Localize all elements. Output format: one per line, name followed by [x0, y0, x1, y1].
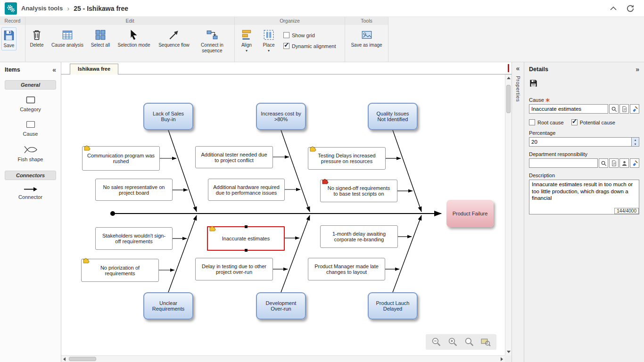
cause-label: Stakeholders wouldn't sign-off requireme…	[100, 233, 168, 244]
vertical-scroll-thumb[interactable]	[506, 85, 511, 113]
sequence-flow-button[interactable]: Sequence flow	[155, 27, 193, 49]
cause-node[interactable]: 1-month delay awaiting corporate re-bran…	[320, 225, 398, 248]
connect-in-sequence-button[interactable]: Connect in sequence	[194, 27, 230, 55]
cause-node[interactable]: Communication program was rushed	[82, 146, 160, 171]
expand-properties-icon[interactable]: «	[516, 65, 520, 72]
cause-marker-root-icon	[322, 178, 329, 184]
diagram-viewport[interactable]: Lack of Sales Buy-in Increases cost by >…	[61, 74, 505, 355]
details-save-icon[interactable]	[529, 79, 538, 88]
collapse-ribbon-icon[interactable]	[610, 6, 617, 10]
selection-mode-button[interactable]: Selection mode	[114, 27, 154, 49]
select-all-icon	[94, 29, 107, 41]
breadcrumb-app[interactable]: Analysis tools	[21, 5, 63, 12]
department-input[interactable]	[529, 158, 598, 168]
button-label: Select all	[91, 42, 110, 48]
cause-node[interactable]: Additional tester needed due to project …	[195, 146, 273, 168]
cause-node[interactable]: Delay in testing due to other project ov…	[195, 258, 273, 280]
tab-ishikawa-free[interactable]: Ishikawa free	[70, 64, 118, 74]
place-button[interactable]: Place ▾	[258, 27, 279, 54]
sidebar-section-general[interactable]: General	[5, 80, 56, 90]
brush-icon	[632, 160, 638, 166]
category-node[interactable]: Lack of Sales Buy-in	[143, 103, 193, 130]
zoom-in-icon[interactable]	[448, 337, 458, 347]
horizontal-scroll-thumb[interactable]	[69, 357, 96, 361]
cause-label: Product Manager made late changes to lay…	[313, 263, 380, 275]
category-label: Unclear Requirements	[148, 300, 189, 312]
cause-search-button[interactable]	[609, 104, 619, 114]
category-node[interactable]: Product Lauch Delayed	[368, 292, 418, 320]
properties-panel-label[interactable]: Properties	[515, 76, 521, 102]
cause-analysis-button[interactable]: Cause analysis	[48, 27, 87, 49]
scroll-right-icon[interactable]	[501, 357, 503, 361]
category-node[interactable]: Development Over-run	[256, 292, 306, 320]
checkbox-label: Root cause	[537, 120, 564, 125]
app-logo-icon[interactable]	[5, 2, 17, 15]
collapse-details-icon[interactable]: »	[636, 66, 639, 73]
zoom-out-icon[interactable]	[431, 337, 441, 347]
cause-note-button[interactable]	[619, 104, 629, 114]
selection-handle[interactable]	[245, 225, 248, 228]
cause-label: Additional hardware required due to perf…	[213, 184, 280, 196]
cause-input[interactable]	[529, 104, 608, 114]
checkbox-label: Potential cause	[580, 120, 615, 125]
collapse-items-icon[interactable]: «	[52, 66, 56, 74]
sidebar-item-fish-shape[interactable]: Fish shape	[0, 145, 61, 162]
horizontal-scrollbar[interactable]	[61, 355, 505, 362]
header-actions	[610, 4, 639, 13]
step-up-icon[interactable]: ▲	[632, 138, 639, 142]
department-format-button[interactable]	[630, 158, 639, 168]
category-node[interactable]: Increases cost by >80%	[256, 103, 306, 130]
refresh-icon[interactable]	[626, 4, 635, 13]
dynamic-alignment-checkbox[interactable]: ✓	[283, 43, 289, 49]
scroll-up-icon[interactable]	[507, 77, 511, 79]
cause-format-button[interactable]	[630, 104, 639, 114]
button-label: Sequence flow	[158, 42, 190, 48]
ribbon-group-label: Tools	[345, 17, 388, 25]
cause-marker-icon	[310, 145, 316, 152]
person-icon	[621, 160, 627, 166]
category-node[interactable]: Unclear Requirements	[143, 292, 193, 320]
save-button[interactable]: Save	[1, 27, 17, 50]
department-search-button[interactable]	[599, 158, 608, 168]
show-grid-option[interactable]: ✓ Show grid	[283, 32, 336, 38]
select-all-button[interactable]: Select all	[88, 27, 113, 49]
align-button[interactable]: Align ▾	[236, 27, 257, 54]
sidebar-item-cause[interactable]: Cause	[0, 121, 61, 137]
cursor-icon	[128, 29, 140, 41]
dynamic-alignment-option[interactable]: ✓ Dynamic alignment	[283, 43, 336, 49]
potential-cause-option[interactable]: ✓ Potential cause	[571, 119, 615, 125]
department-note-button[interactable]	[609, 158, 619, 168]
root-cause-checkbox[interactable]: ✓	[529, 119, 535, 125]
sidebar-item-category[interactable]: Category	[0, 96, 61, 112]
step-down-icon[interactable]: ▼	[632, 142, 639, 146]
scrollbar-corner	[505, 355, 512, 362]
cause-node-selected[interactable]: Inaccurate estimates	[207, 226, 285, 251]
delete-button[interactable]: Delete	[27, 27, 47, 49]
category-node[interactable]: Quality Issues Not Identified	[368, 103, 418, 130]
cause-node[interactable]: No sales representative on project board	[95, 179, 173, 201]
show-grid-checkbox[interactable]: ✓	[283, 32, 289, 38]
cause-node[interactable]: Product Manager made late changes to lay…	[308, 258, 385, 280]
items-panel: Items « General Category Cause Fi	[0, 62, 61, 362]
cause-node[interactable]: No signed-off requirements to base test …	[320, 180, 397, 202]
sidebar-item-connector[interactable]: Connector	[0, 187, 61, 200]
root-cause-option[interactable]: ✓ Root cause	[529, 119, 564, 125]
cause-analysis-icon	[61, 29, 74, 41]
cause-node[interactable]: Testing Delays increased pressure on res…	[308, 147, 386, 170]
vertical-scrollbar[interactable]	[505, 74, 512, 355]
zoom-reset-icon[interactable]	[464, 337, 474, 347]
scroll-left-icon[interactable]	[63, 357, 66, 361]
save-as-image-button[interactable]: Save as image	[347, 27, 387, 49]
percentage-input[interactable]	[529, 137, 632, 147]
scroll-down-icon[interactable]	[507, 351, 511, 353]
scroll-position-marker	[508, 64, 509, 72]
zoom-fit-icon[interactable]	[481, 337, 491, 347]
effect-node[interactable]: Product Failure	[446, 200, 494, 227]
cause-node[interactable]: Stakeholders wouldn't sign-off requireme…	[95, 227, 173, 250]
cause-node[interactable]: Additional hardware required due to perf…	[208, 179, 285, 201]
department-person-button[interactable]	[619, 158, 629, 168]
cause-node[interactable]: No priorization of requirements	[81, 259, 159, 282]
selection-handle[interactable]	[245, 249, 248, 252]
sidebar-section-connectors[interactable]: Connectors	[5, 171, 56, 180]
potential-cause-checkbox[interactable]: ✓	[571, 119, 578, 125]
